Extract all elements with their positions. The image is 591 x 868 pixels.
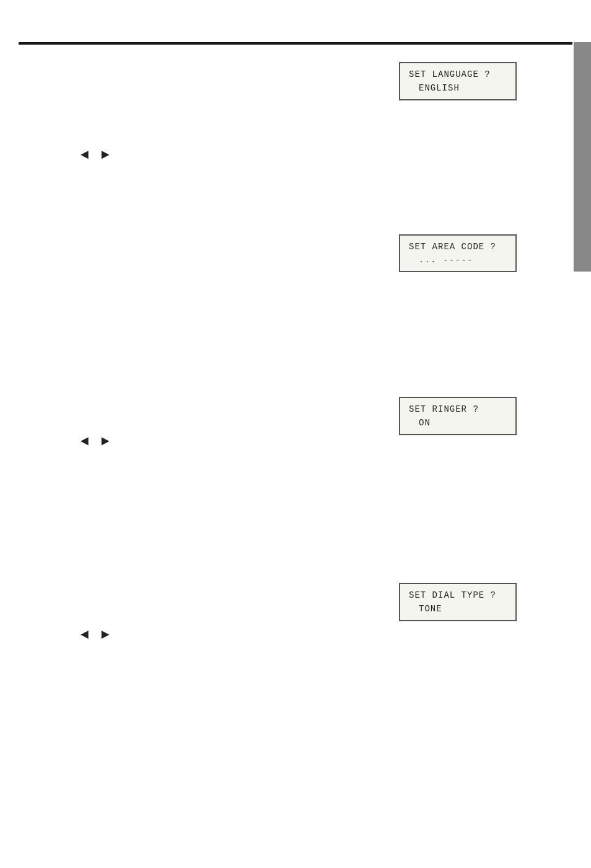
right-sidebar	[574, 42, 591, 272]
right-arrow-3[interactable]: ►	[101, 627, 109, 643]
lcd-ringer-box: SET RINGER ? ON	[399, 397, 517, 435]
lcd-language-line1: SET LANGUAGE ?	[409, 69, 507, 79]
lcd-ringer-line2: ON	[409, 418, 507, 428]
left-arrow-2[interactable]: ◄	[81, 434, 89, 450]
arrow-group-2: ◄ ►	[81, 434, 109, 450]
lcd-dial-box: SET DIAL TYPE ? TONE	[399, 583, 517, 621]
arrow-group-3: ◄ ►	[81, 627, 109, 643]
lcd-dial-line1: SET DIAL TYPE ?	[409, 590, 507, 600]
lcd-dial-line2: TONE	[409, 604, 507, 614]
arrow-group-1: ◄ ►	[81, 148, 109, 163]
right-arrow-1[interactable]: ►	[101, 148, 109, 163]
lcd-language-line2: ENGLISH	[409, 83, 507, 93]
top-border	[19, 42, 572, 45]
right-arrow-2[interactable]: ►	[101, 434, 109, 450]
lcd-language-box: SET LANGUAGE ? ENGLISH	[399, 62, 517, 100]
left-arrow-3[interactable]: ◄	[81, 627, 89, 643]
lcd-area-line1: SET AREA CODE ?	[409, 242, 507, 252]
lcd-ringer-line1: SET RINGER ?	[409, 404, 507, 414]
lcd-area-box: SET AREA CODE ? ... -----	[399, 234, 517, 272]
left-arrow-1[interactable]: ◄	[81, 148, 89, 163]
lcd-area-line2: ... -----	[409, 255, 507, 265]
